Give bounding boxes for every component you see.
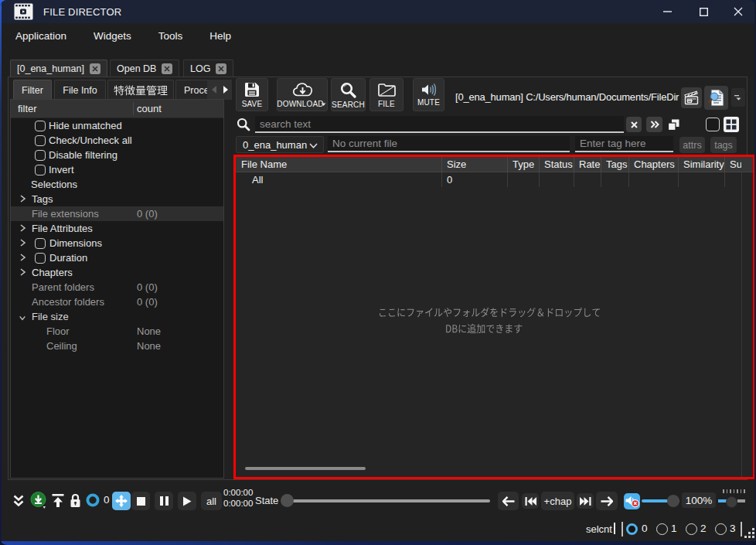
tree-row-selections[interactable]: Selections [11,177,223,192]
expand-chevron-icon[interactable] [19,223,26,233]
tree-row-file-attributes[interactable]: File Attributes [11,221,223,236]
next-chapter-button[interactable] [577,493,594,509]
horizontal-scrollbar-thumb[interactable] [245,467,366,470]
save-button[interactable]: SAVE [236,78,268,111]
zoom-slider-handle[interactable] [726,496,737,508]
tab-scroll-left-button[interactable] [207,80,220,100]
next-file-button[interactable] [596,492,618,510]
tab-filter[interactable]: Filter [13,80,52,100]
grid-view-toggle[interactable] [724,117,739,132]
file-button[interactable]: FILE [369,78,404,111]
clapperboard-button[interactable] [681,87,702,108]
tab-file-info[interactable]: File Info [54,80,106,100]
dpad-button[interactable] [112,492,131,510]
checkbox[interactable] [35,121,46,131]
tag-input[interactable] [575,136,673,152]
tree-row-disable-filtering[interactable]: Disable filtering [11,148,223,162]
loop-indicator[interactable] [85,492,100,508]
prev-file-button[interactable] [498,492,519,510]
tab-close-icon[interactable] [162,63,172,74]
column-header-rate[interactable]: Rate [574,157,601,172]
radio-3[interactable] [715,523,727,535]
play-all-button[interactable]: all [201,492,222,510]
tree-row-tags[interactable]: Tags [11,192,223,206]
tab-close-icon[interactable] [90,63,100,74]
radio-1[interactable] [656,523,668,535]
tree-row-file-extensions[interactable]: File extensions 0 (0) [11,206,223,221]
column-header-size[interactable]: Size [442,157,508,172]
tree-row-hide-unmatched[interactable]: Hide unmatched [11,118,223,133]
tab-log[interactable]: LOG [183,60,233,77]
tags-button[interactable]: tags [710,137,737,153]
column-header-status[interactable]: Status [540,157,574,172]
minimize-button[interactable] [650,0,684,23]
import-button[interactable] [29,491,49,511]
column-header-similarity[interactable]: Similarity [679,157,725,172]
radio-2[interactable] [686,523,697,535]
mute-button[interactable]: MUTE [413,78,444,111]
zoom-value[interactable]: 100% [682,492,716,508]
close-button[interactable] [721,0,755,23]
tab-scroll-right-button[interactable] [220,80,232,100]
search-forward-button[interactable] [646,117,662,132]
clear-search-button[interactable] [626,117,642,132]
table-row-all[interactable]: All 0 [236,172,753,187]
add-chapter-button[interactable]: +chap [541,492,574,510]
expand-chevron-icon[interactable] [19,194,26,203]
radio-0[interactable] [626,523,638,535]
move-top-button[interactable] [49,491,66,510]
tree-row-ceiling[interactable]: Ceiling None [11,339,223,353]
tree-row-floor[interactable]: Floor None [11,324,223,339]
tree-row-ancestor-folders[interactable]: Ancestor folders 0 (0) [11,295,223,309]
checkbox[interactable] [35,238,46,249]
column-divider[interactable] [133,102,134,115]
column-header-chapters[interactable]: Chapters [629,157,679,172]
checkbox[interactable] [35,135,46,146]
menu-widgets[interactable]: Widgets [92,30,133,42]
menu-help[interactable]: Help [208,30,233,42]
tab-feature-management[interactable]: 特徴量管理 [107,80,174,100]
state-slider-handle[interactable] [281,494,294,507]
tree-row-file-size[interactable]: File size [11,309,223,324]
column-header-tags[interactable]: Tags [601,157,629,172]
maximize-button[interactable] [686,0,720,23]
tree-row-parent-folders[interactable]: Parent folders 0 (0) [11,280,223,295]
tree-row-duration[interactable]: Duration [11,250,223,265]
menu-application[interactable]: Application [14,30,68,42]
lock-button[interactable] [67,491,83,510]
search-button[interactable]: SEARCH [331,78,366,111]
volume-slider-handle[interactable] [667,495,679,507]
download-button[interactable]: DOWNLOAD [277,78,328,111]
copy-button[interactable] [666,117,681,132]
stop-button[interactable] [131,492,150,510]
attrs-button[interactable]: attrs [679,137,705,153]
play-button[interactable] [178,492,196,510]
state-slider-track[interactable] [281,499,490,502]
toolbar-extension-button[interactable] [731,88,745,107]
db-selector[interactable]: 0_ena_human [236,136,324,153]
tab-close-icon[interactable] [216,63,226,74]
collapse-all-button[interactable] [9,491,28,510]
expand-chevron-icon[interactable] [19,238,26,247]
zoom-slider-track-right[interactable] [737,499,745,502]
checkbox[interactable] [35,165,46,175]
tree-row-invert[interactable]: Invert [11,162,223,177]
tree-row-check-uncheck-all[interactable]: Check/Uncheck all [11,133,223,148]
pause-button[interactable] [155,492,173,510]
column-header-type[interactable]: Type [508,157,540,172]
prev-chapter-button[interactable] [522,493,539,509]
search-input[interactable] [255,116,624,133]
tree-row-chapters[interactable]: Chapters [11,265,223,280]
checkbox[interactable] [35,253,46,264]
menu-tools[interactable]: Tools [157,30,185,42]
expand-chevron-icon[interactable] [19,267,26,277]
tab-0-ena-human[interactable]: [0_ena_human] [10,60,107,77]
report-preview-button[interactable] [704,86,728,110]
collapse-chevron-icon[interactable] [19,313,26,322]
column-header-file-name[interactable]: File Name [236,157,442,172]
tree-row-dimensions[interactable]: Dimensions [11,236,223,250]
search-option-checkbox[interactable] [706,118,720,131]
current-file-input[interactable] [328,136,570,152]
volume-mute-toggle[interactable] [624,493,640,509]
checkbox[interactable] [35,150,46,161]
